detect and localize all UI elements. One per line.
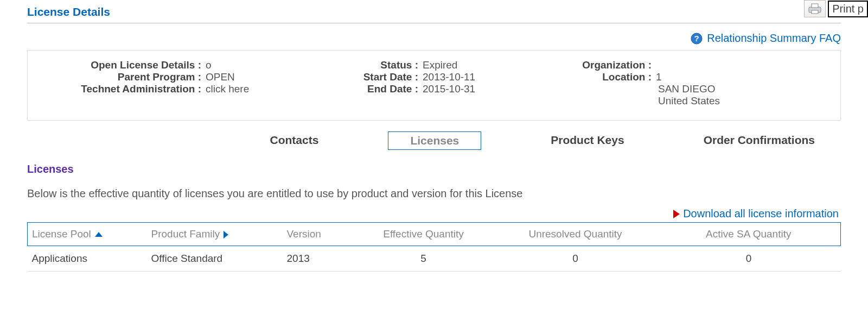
svg-text:?: ? [694,34,699,43]
svg-rect-2 [812,10,818,14]
svg-rect-1 [812,4,818,8]
th-product-family-label: Product Family [151,228,220,240]
parent-program-row: Parent Program : OPEN [39,71,321,83]
sort-right-icon [224,231,228,238]
address-city: SAN DIEGO [565,83,829,95]
end-date-value: 2015-10-31 [423,83,475,95]
technet-row: Technet Administration : click here [39,83,321,95]
tabs: Contacts Licenses Product Keys Order Con… [27,121,841,153]
start-date-value: 2013-10-11 [423,71,475,83]
location-row: Location : 1 [565,71,829,83]
sort-asc-icon [95,232,103,237]
open-license-value: о [206,59,212,71]
th-product-family[interactable]: Product Family [147,223,283,246]
cell-product-family: Office Standard [147,246,283,272]
status-value: Expired [423,59,457,71]
start-date-row: Start Date : 2013-10-11 [342,71,543,83]
faq-link[interactable]: Relationship Summary FAQ [707,32,841,45]
open-license-label: Open License Details : [39,59,201,71]
location-value: 1 [656,71,662,83]
cell-effective-qty: 5 [353,246,494,272]
open-license-row: Open License Details : о [39,59,321,71]
organization-row: Organization : [565,59,829,71]
printer-icon[interactable] [804,0,826,17]
end-date-label: End Date : [342,83,418,95]
tab-product-keys[interactable]: Product Keys [541,131,634,150]
print-button[interactable]: Print p [828,1,868,17]
status-label: Status : [342,59,418,71]
tab-order-confirmations[interactable]: Order Confirmations [694,131,825,150]
tab-contacts[interactable]: Contacts [260,131,329,150]
end-date-row: End Date : 2015-10-31 [342,83,543,95]
triangle-right-icon [673,210,680,218]
status-row: Status : Expired [342,59,543,71]
license-table: License Pool Product Family Version Effe… [27,222,841,272]
th-unresolved-qty[interactable]: Unresolved Quantity [494,223,657,246]
parent-program-label: Parent Program : [39,71,201,83]
tab-licenses[interactable]: Licenses [388,131,481,150]
start-date-label: Start Date : [342,71,418,83]
organization-label: Organization : [565,59,652,71]
cell-active-sa-qty: 0 [657,246,841,272]
address-country: United States [565,95,829,107]
th-active-sa-qty[interactable]: Active SA Quantity [657,223,841,246]
table-row: Applications Office Standard 2013 5 0 0 [28,246,841,272]
th-version[interactable]: Version [283,223,353,246]
page-title: License Details [27,5,841,23]
download-all-link[interactable]: Download all license information [683,208,839,220]
cell-unresolved-qty: 0 [494,246,657,272]
section-title: Licenses [27,163,841,175]
technet-link[interactable]: click here [206,83,249,95]
location-label: Location : [565,71,652,83]
th-effective-qty[interactable]: Effective Quantity [353,223,494,246]
license-details-box: Open License Details : о Parent Program … [27,50,841,121]
parent-program-value: OPEN [206,71,235,83]
th-license-pool-label: License Pool [32,228,91,240]
th-license-pool[interactable]: License Pool [28,223,147,246]
technet-label: Technet Administration : [39,83,201,95]
section-description: Below is the effective quantity of licen… [27,187,841,200]
help-icon: ? [691,33,703,45]
cell-version: 2013 [283,246,353,272]
cell-license-pool: Applications [28,246,147,272]
